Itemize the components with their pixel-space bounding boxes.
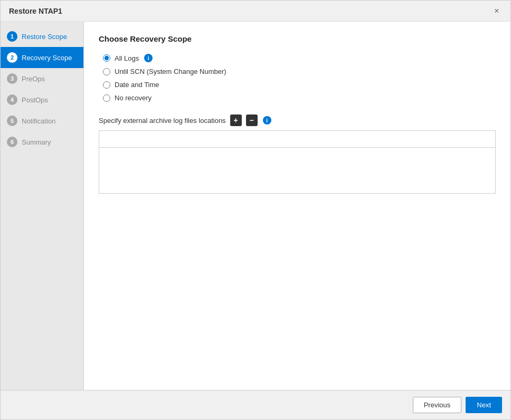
sidebar-item-notification[interactable]: 5 Notification: [1, 110, 83, 131]
radio-label-all-logs: All Logs: [115, 54, 139, 62]
close-button[interactable]: ×: [491, 6, 502, 16]
radio-input-until-scn[interactable]: [103, 68, 110, 75]
radio-input-no-recovery[interactable]: [103, 94, 110, 102]
radio-label-no-recovery: No recovery: [115, 94, 152, 102]
sidebar-item-restore-scope[interactable]: 1 Restore Scope: [1, 26, 83, 47]
sidebar-item-summary[interactable]: 6 Summary: [1, 131, 83, 152]
sidebar-label-restore-scope: Restore Scope: [22, 33, 67, 41]
step-num-4: 4: [7, 94, 17, 105]
next-button[interactable]: Next: [466, 397, 502, 413]
footer: Previous Next: [1, 390, 510, 419]
main-content: Choose Recovery Scope All Logs i Until S…: [84, 22, 510, 390]
archive-label: Specify external archive log files locat…: [99, 117, 226, 125]
sidebar: 1 Restore Scope 2 Recovery Scope 3 PreOp…: [1, 22, 84, 390]
step-num-2: 2: [7, 52, 17, 63]
dialog-title: Restore NTAP1: [9, 7, 62, 15]
sidebar-label-postops: PostOps: [22, 96, 48, 104]
archive-area: [99, 130, 496, 194]
recovery-scope-radio-group: All Logs i Until SCN (System Change Numb…: [103, 54, 496, 102]
sidebar-label-summary: Summary: [22, 138, 51, 146]
info-icon-all-logs[interactable]: i: [144, 54, 153, 62]
archive-input[interactable]: [99, 131, 495, 148]
dialog-body: 1 Restore Scope 2 Recovery Scope 3 PreOp…: [1, 22, 510, 390]
info-icon-archive[interactable]: i: [263, 116, 271, 125]
sidebar-label-notification: Notification: [22, 117, 55, 125]
step-num-1: 1: [7, 31, 17, 42]
radio-input-date-time[interactable]: [103, 81, 110, 89]
radio-input-all-logs[interactable]: [103, 54, 110, 62]
titlebar: Restore NTAP1 ×: [1, 1, 510, 22]
radio-label-until-scn: Until SCN (System Change Number): [115, 68, 226, 75]
step-num-3: 3: [7, 73, 17, 84]
previous-button[interactable]: Previous: [413, 397, 462, 413]
add-archive-button[interactable]: +: [230, 114, 242, 126]
sidebar-label-preops: PreOps: [22, 75, 45, 83]
sidebar-item-postops[interactable]: 4 PostOps: [1, 89, 83, 110]
step-num-6: 6: [7, 137, 17, 147]
sidebar-item-recovery-scope[interactable]: 2 Recovery Scope: [1, 47, 83, 68]
sidebar-label-recovery-scope: Recovery Scope: [22, 54, 72, 62]
restore-dialog: Restore NTAP1 × 1 Restore Scope 2 Recove…: [0, 0, 511, 420]
step-num-5: 5: [7, 116, 17, 126]
radio-until-scn[interactable]: Until SCN (System Change Number): [103, 68, 496, 75]
remove-archive-button[interactable]: −: [246, 114, 258, 126]
archive-label-row: Specify external archive log files locat…: [99, 114, 496, 126]
radio-no-recovery[interactable]: No recovery: [103, 94, 496, 102]
radio-all-logs[interactable]: All Logs i: [103, 54, 496, 62]
radio-label-date-time: Date and Time: [115, 81, 159, 89]
archive-section: Specify external archive log files locat…: [99, 114, 496, 194]
radio-date-time[interactable]: Date and Time: [103, 81, 496, 89]
sidebar-item-preops[interactable]: 3 PreOps: [1, 68, 83, 89]
section-title: Choose Recovery Scope: [99, 34, 496, 43]
